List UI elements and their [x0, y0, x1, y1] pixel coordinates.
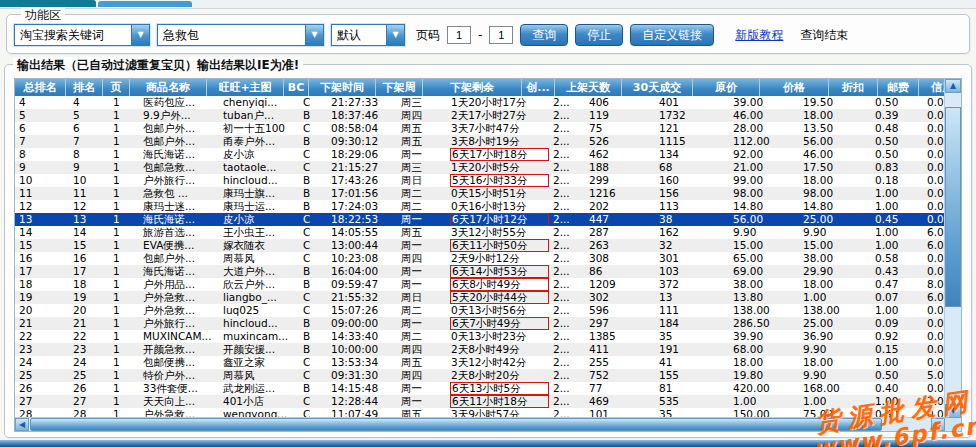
- column-header[interactable]: 排名: [66, 79, 103, 96]
- table-cell: 68: [655, 161, 729, 174]
- table-cell: 13.50: [799, 122, 871, 135]
- chevron-down-icon[interactable]: ▼: [386, 25, 404, 45]
- chevron-down-icon[interactable]: ▼: [305, 25, 323, 45]
- table-cell: 海氏海诺...: [139, 148, 219, 161]
- table-cell: 19.50: [799, 96, 871, 109]
- column-header[interactable]: BC: [284, 79, 309, 96]
- table-cell: 17:24:03: [327, 200, 397, 213]
- column-header[interactable]: 折扣: [829, 79, 878, 96]
- table-cell: 752: [585, 369, 655, 382]
- column-header[interactable]: 原价: [693, 79, 760, 96]
- table-cell: 411: [585, 343, 655, 356]
- table-cell: 1: [109, 226, 139, 239]
- column-header[interactable]: 下架时间: [309, 79, 376, 96]
- horizontal-scroll-thumb[interactable]: [30, 418, 882, 431]
- table-row[interactable]: 16161包邮户外...周慕风C10:23:08周四2天9小时12分2...30…: [15, 252, 961, 265]
- keyword-type-combobox[interactable]: 淘宝搜索关键词 ▼: [14, 24, 150, 46]
- table-row[interactable]: 881海氏海诺...皮小凉C18:29:06周一6天17小时18分2...462…: [15, 148, 961, 161]
- column-header[interactable]: 价格: [760, 79, 829, 96]
- table-row[interactable]: 19191户外急救...liangbo_...C21:55:32周日5天20小时…: [15, 291, 961, 304]
- window-tab-active[interactable]: [0, 0, 96, 7]
- table-cell: 1.00: [871, 200, 923, 213]
- table-cell: chenyiqi...: [219, 96, 299, 109]
- table-row[interactable]: 22221MUXINCAM...muxincam...B14:33:40周二0天…: [15, 330, 961, 343]
- table-row[interactable]: 27271天天向上...401小店C12:28:44周一6天11小时18分2..…: [15, 395, 961, 408]
- column-header[interactable]: 邮费: [878, 79, 919, 96]
- table-row[interactable]: 14141旅游首选...王小虫王...C14:05:55周五3天12小时55分2…: [15, 226, 961, 239]
- table-cell: 160: [655, 174, 729, 187]
- table-cell: 1.00: [729, 395, 799, 408]
- table-cell: 12: [69, 200, 109, 213]
- keyword-combobox[interactable]: 急救包 ▼: [157, 24, 324, 46]
- table-row[interactable]: 21211户外旅行...hincloud...B09:00:00周一6天7小时4…: [15, 317, 961, 330]
- table-row[interactable]: 11111急救包 ...康玛士旗...B17:01:56周二0天15小时51分2…: [15, 187, 961, 200]
- table-row[interactable]: 12121康玛士迷...康玛士运...B17:24:03周二0天16小时13分2…: [15, 200, 961, 213]
- keyword-value: 急救包: [158, 25, 305, 45]
- table-row-selected[interactable]: 13131海氏海诺...皮小凉C18:22:53周一6天17小时12分2...4…: [15, 213, 961, 226]
- custom-link-button[interactable]: 自定义链接: [630, 24, 714, 46]
- scroll-up-icon[interactable]: ▲: [945, 79, 961, 93]
- page-from-input[interactable]: [447, 26, 471, 44]
- table-cell: 26: [69, 382, 109, 395]
- table-row[interactable]: 441医药包应...chenyiqi...C21:27:33周三1天20小时17…: [15, 96, 961, 109]
- table-cell: 急救包 ...: [139, 187, 219, 200]
- deadline-highlight: 6天11小时18分: [450, 395, 549, 408]
- table-row[interactable]: 771包邮户外...甬泰户外...B09:30:12周五3天8小时19分2...…: [15, 135, 961, 148]
- scroll-left-icon[interactable]: ◀: [15, 418, 29, 431]
- column-header[interactable]: 下架周: [376, 79, 423, 96]
- table-cell: 周二: [397, 304, 447, 317]
- chevron-down-icon[interactable]: ▼: [131, 25, 149, 45]
- table-cell: 周一: [397, 317, 447, 330]
- table-cell: 09:30:12: [327, 135, 397, 148]
- scroll-down-icon[interactable]: ▼: [945, 404, 961, 418]
- table-cell: B: [299, 135, 327, 148]
- table-cell: 16: [15, 252, 69, 265]
- page-to-input[interactable]: [489, 26, 513, 44]
- table-row[interactable]: 10101户外旅行...hincloud...B17:43:26周日5天16小时…: [15, 174, 961, 187]
- scroll-right-icon[interactable]: ▶: [931, 418, 945, 431]
- tutorial-link[interactable]: 新版教程: [735, 27, 783, 44]
- table-row[interactable]: 23231开颜急救...开颜安援...B10:00:00周四2天8小时49分2.…: [15, 343, 961, 356]
- table-cell: 3天7小时47分: [447, 122, 549, 135]
- column-header[interactable]: 商品名称: [130, 79, 207, 96]
- table-row[interactable]: 15151EVA便携...嫁衣随衣C13:00:44周一6天11小时50分2..…: [15, 239, 961, 252]
- table-cell: 38.00: [799, 252, 871, 265]
- window-tab-secondary[interactable]: [98, 1, 192, 7]
- horizontal-scrollbar[interactable]: ◀ ▶: [15, 417, 945, 431]
- column-header[interactable]: 页: [103, 79, 130, 96]
- table-row[interactable]: 24241包邮便携...鑫亚之家C13:53:34周五3天12小时42分2...…: [15, 356, 961, 369]
- table-cell: B: [299, 278, 327, 291]
- table-row[interactable]: 18181户外用品...欣云户外...B09:59:47周一6天8小时49分2.…: [15, 278, 961, 291]
- column-header[interactable]: 下架剩余: [423, 79, 522, 96]
- column-header[interactable]: 旺旺+主图: [207, 79, 284, 96]
- table-row[interactable]: 17171海氏海诺...大道户外...B16:04:00周一6天14小时53分2…: [15, 265, 961, 278]
- table-cell: 0天15小时51分: [447, 187, 549, 200]
- table-cell: 6天11小时50分: [447, 239, 549, 252]
- table-cell: 406: [585, 96, 655, 109]
- column-header[interactable]: 总排名: [15, 79, 66, 96]
- scrollbar-corner: [945, 418, 961, 431]
- table-row[interactable]: 25251特价户外...周慕风C09:31:30周四2天8小时20分2...75…: [15, 369, 961, 382]
- stop-button[interactable]: 停止: [575, 24, 623, 46]
- table-cell: 6天8小时49分: [447, 278, 549, 291]
- table-row[interactable]: 5519.9户外...tuban户...B18:37:46周四2天17小时27分…: [15, 109, 961, 122]
- column-header[interactable]: 上架天数: [555, 79, 622, 96]
- table-row[interactable]: 20201户外急救...luq025C15:07:26周二0天13小时56分2.…: [15, 304, 961, 317]
- table-cell: 3天12小时55分: [447, 226, 549, 239]
- query-button[interactable]: 查询: [520, 24, 568, 46]
- table-cell: 32: [655, 239, 729, 252]
- table-cell: 2...: [549, 161, 585, 174]
- table-row[interactable]: 661包邮户外...初一十五100C08:58:04周五3天7小时47分2...…: [15, 122, 961, 135]
- table-row[interactable]: 2626133件套便...武龙刚运...B14:15:48周一6天13小时5分2…: [15, 382, 961, 395]
- table-cell: 1.00: [871, 187, 923, 200]
- table-row[interactable]: 991包邮急救...taotaole...C21:15:27周三1天20小时5分…: [15, 161, 961, 174]
- table-cell: 535: [655, 395, 729, 408]
- table-cell: 2...: [549, 304, 585, 317]
- column-header[interactable]: 创...: [522, 79, 555, 96]
- mode-combobox[interactable]: 默认 ▼: [331, 24, 405, 46]
- vertical-scroll-thumb[interactable]: [945, 107, 961, 307]
- table-cell: 0.07: [871, 291, 923, 304]
- column-header[interactable]: 30天成交: [622, 79, 693, 96]
- table-cell: 0.50: [871, 135, 923, 148]
- vertical-scrollbar[interactable]: ▲ ▼: [944, 79, 961, 418]
